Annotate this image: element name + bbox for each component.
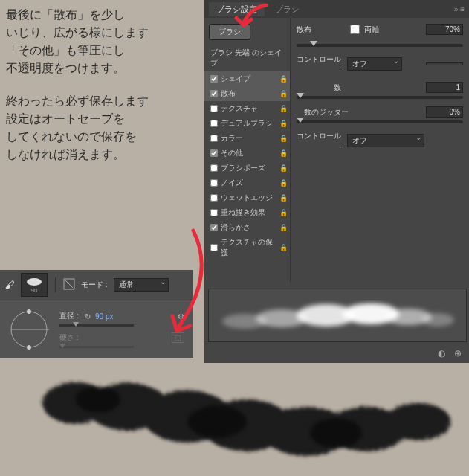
tutorial-para-2: 終わったら必ず保存します 設定はオートセーブを してくれないので保存を しなけれ…	[6, 92, 149, 164]
scatter-control-select[interactable]: オフ	[347, 57, 402, 71]
option-checkbox[interactable]	[210, 75, 218, 83]
diameter-slider[interactable]	[59, 324, 134, 327]
lock-icon[interactable]: 🔒	[279, 224, 287, 231]
panel-header: ブラシ設定 ブラシ » ≡	[204, 0, 469, 18]
option-checkbox[interactable]	[210, 90, 218, 97]
count-label: 数	[297, 83, 341, 93]
svg-point-20	[74, 385, 119, 411]
option-label: テクスチャの保護	[221, 237, 279, 258]
brush-option-9[interactable]: 重ね描き効果🔒	[204, 205, 290, 220]
svg-point-11	[27, 345, 31, 350]
control2-label: コントロール :	[297, 131, 341, 149]
option-checkbox[interactable]	[210, 209, 218, 216]
option-label: ウェットエッジ	[221, 193, 279, 203]
brush-options-gear-icon[interactable]: ⚙	[178, 312, 184, 321]
svg-point-22	[308, 416, 360, 446]
brush-presets-button[interactable]: ブラシ	[209, 24, 250, 40]
brush-panel-toggle-icon[interactable]	[63, 278, 75, 292]
option-checkbox[interactable]	[210, 244, 218, 251]
brush-option-8[interactable]: ウェットエッジ🔒	[204, 190, 290, 205]
scatter-control-value[interactable]	[426, 62, 463, 65]
control-label: コントロール :	[297, 54, 341, 73]
panel-menu-icon[interactable]: » ≡	[454, 5, 465, 13]
tab-brushes[interactable]: ブラシ	[268, 2, 307, 16]
option-label: ブラシポーズ	[221, 163, 279, 173]
panel-right-column: 散布 両軸 70% コントロール : オフ 数 1 数のジッター 0%	[291, 18, 469, 282]
lock-icon[interactable]: 🔒	[279, 135, 287, 142]
brush-preset-thumb[interactable]: 90	[21, 273, 48, 297]
count-jitter-control-select[interactable]: オフ	[347, 134, 424, 147]
brush-option-1[interactable]: 散布🔒	[204, 86, 290, 101]
lock-icon[interactable]: 🔒	[279, 149, 287, 157]
option-checkbox[interactable]	[210, 224, 218, 231]
lock-icon[interactable]: 🔒	[279, 164, 287, 172]
lock-icon[interactable]: 🔒	[279, 194, 287, 202]
option-checkbox[interactable]	[210, 164, 218, 172]
count-value[interactable]: 1	[426, 82, 463, 93]
tool-options-bar: 🖌 90 モード : 通常 直径 : ↻ 90 px ⚙	[0, 270, 193, 358]
brush-option-4[interactable]: カラー🔒	[204, 131, 290, 146]
brush-option-0[interactable]: シェイプ🔒	[204, 71, 290, 86]
tab-brush-settings[interactable]: ブラシ設定	[209, 2, 265, 16]
count-jitter-label: 数のジッター	[297, 107, 349, 118]
panel-left-column: ブラシ ブラシ 先端 のシェイプ シェイプ🔒散布🔒テクスチャ🔒デュアルブラシ🔒カ…	[204, 18, 291, 282]
option-label: デュアルブラシ	[221, 118, 279, 129]
brush-option-5[interactable]: その他🔒	[204, 146, 290, 161]
option-checkbox[interactable]	[210, 135, 218, 142]
option-label: 散布	[221, 89, 279, 99]
brush-option-3[interactable]: デュアルブラシ🔒	[204, 116, 290, 131]
brush-tip-shape-label[interactable]: ブラシ 先端 のシェイプ	[204, 45, 290, 71]
brush-option-10[interactable]: 滑らかさ🔒	[204, 220, 290, 235]
sample-brush-stroke	[22, 364, 461, 469]
toggle-preview-icon[interactable]: ◐	[438, 348, 445, 358]
scatter-value[interactable]: 70%	[426, 24, 463, 35]
create-new-brush-icon[interactable]: ⬚	[172, 332, 184, 343]
brush-preview	[208, 289, 467, 342]
option-checkbox[interactable]	[210, 120, 218, 127]
diameter-value[interactable]: 90 px	[95, 312, 113, 321]
reset-size-icon[interactable]: ↻	[85, 312, 91, 321]
option-label: シェイプ	[221, 74, 279, 84]
option-label: カラー	[221, 133, 279, 144]
brush-thumb-size: 90	[31, 287, 38, 294]
lock-icon[interactable]: 🔒	[279, 90, 287, 97]
lock-icon[interactable]: 🔒	[279, 244, 287, 251]
preview-stroke	[215, 293, 460, 338]
lock-icon[interactable]: 🔒	[279, 105, 287, 112]
option-label: テクスチャ	[221, 103, 279, 114]
svg-point-21	[186, 404, 245, 437]
svg-point-10	[27, 309, 31, 314]
option-checkbox[interactable]	[210, 149, 218, 157]
option-label: その他	[221, 148, 279, 158]
brush-tool-icon[interactable]: 🖌	[4, 279, 15, 291]
lock-icon[interactable]: 🔒	[279, 120, 287, 127]
brush-option-11[interactable]: テクスチャの保護🔒	[204, 235, 290, 260]
count-jitter-value[interactable]: 0%	[426, 106, 463, 118]
option-checkbox[interactable]	[210, 194, 218, 202]
brush-option-2[interactable]: テクスチャ🔒	[204, 101, 290, 116]
tutorial-para-1: 最後に「散布」を少し いじり、広がる様にします 「その他」も筆圧にし 不透明度を…	[6, 6, 149, 77]
option-label: 滑らかさ	[221, 222, 279, 233]
svg-point-6	[27, 278, 42, 286]
svg-point-5	[421, 313, 454, 327]
mode-label: モード :	[81, 280, 108, 290]
lock-icon[interactable]: 🔒	[279, 209, 287, 216]
option-checkbox[interactable]	[210, 179, 218, 187]
lock-icon[interactable]: 🔒	[279, 75, 287, 83]
brush-option-7[interactable]: ノイズ🔒	[204, 176, 290, 190]
lock-icon[interactable]: 🔒	[279, 179, 287, 187]
option-label: ノイズ	[221, 178, 279, 188]
brush-option-6[interactable]: ブラシポーズ🔒	[204, 161, 290, 176]
both-axes-checkbox[interactable]	[350, 25, 360, 34]
brush-angle-picker[interactable]	[9, 309, 49, 350]
new-brush-icon[interactable]: ⊕	[454, 348, 462, 358]
hardness-label: 硬さ :	[59, 332, 80, 343]
diameter-label: 直径 :	[59, 311, 80, 321]
hardness-slider[interactable]	[59, 346, 134, 348]
tutorial-text: 最後に「散布」を少し いじり、広がる様にします 「その他」も筆圧にし 不透明度を…	[6, 6, 149, 178]
blend-mode-select[interactable]: 通常	[114, 278, 169, 292]
panel-footer: ◐ ⊕	[204, 344, 469, 361]
scatter-label: 散布	[297, 25, 341, 35]
both-axes-label: 両軸	[364, 25, 379, 35]
option-checkbox[interactable]	[210, 105, 218, 112]
